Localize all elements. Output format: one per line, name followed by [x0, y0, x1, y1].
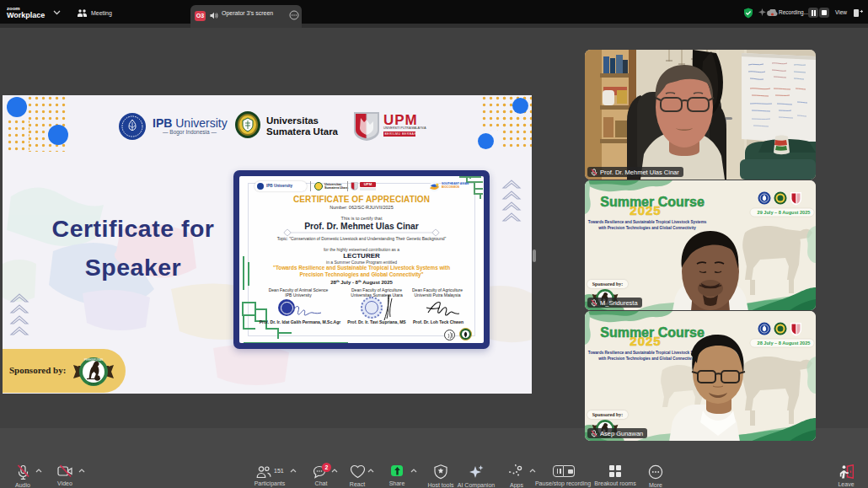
svg-text:2025: 2025	[630, 334, 661, 348]
svg-text:2025: 2025	[630, 203, 661, 217]
svg-text:PERIPI: PERIPI	[88, 383, 99, 386]
svg-text:with Precision Technologies an: with Precision Technologies and Global C…	[597, 226, 696, 230]
svg-text:29 July – 8 August 2025: 29 July – 8 August 2025	[758, 210, 811, 215]
svg-text:28 July – 8 August 2025: 28 July – 8 August 2025	[758, 341, 811, 346]
svg-text:Towards Resilience and Sustain: Towards Resilience and Sustainable Tropi…	[588, 351, 707, 355]
svg-text:PERHIMPUNAN: PERHIMPUNAN	[84, 358, 103, 362]
svg-text:Towards Resilience and Sustain: Towards Resilience and Sustainable Tropi…	[588, 220, 707, 224]
svg-text:with Precision Technologies an: with Precision Technologies and Global C…	[597, 357, 696, 361]
